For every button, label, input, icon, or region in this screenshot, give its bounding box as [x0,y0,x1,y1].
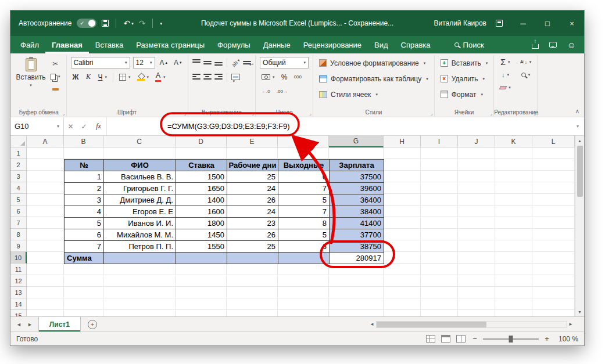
cell-A14[interactable] [27,298,64,310]
autosum-button[interactable]: Σ [498,56,513,68]
cell-E2[interactable]: Рабочие дни [227,160,278,171]
cell-F14[interactable] [278,298,329,310]
search-box[interactable]: Поиск [454,36,484,53]
cell-J1[interactable] [458,147,495,159]
font-color-button[interactable]: А [153,71,167,83]
cell-E6[interactable]: 24 [227,206,278,218]
cell-K1[interactable] [495,147,532,159]
cell-B11[interactable] [64,264,103,275]
cell-H6[interactable] [384,206,421,217]
cell-E5[interactable]: 26 [227,194,278,206]
cell-A11[interactable] [27,264,64,275]
scroll-left-icon[interactable]: ◄ [368,322,376,327]
cell-H11[interactable] [384,264,421,275]
tab-insert[interactable]: Вставка [89,36,130,53]
cell-G7[interactable]: 41400 [330,218,384,229]
cell-L8[interactable] [532,229,575,240]
close-button[interactable]: × [560,10,584,36]
cell-D8[interactable]: 1450 [176,229,227,241]
font-family-select[interactable]: Calibri [71,57,130,69]
cell-L6[interactable] [532,206,575,217]
decrease-decimal-icon[interactable]: .00→ [275,86,289,98]
cell-J3[interactable] [458,171,495,182]
tab-data[interactable]: Данные [257,36,297,53]
row-header-8[interactable]: 8 [10,229,27,240]
cell-F10[interactable] [278,253,330,264]
comma-style-button[interactable]: 000 [292,71,303,83]
conditional-formatting-button[interactable]: Условное форматирование [317,56,430,70]
tab-formulas[interactable]: Формулы [211,36,257,53]
copy-button[interactable] [49,71,62,82]
row-header-3[interactable]: 3 [10,171,27,182]
cell-J2[interactable] [458,159,495,171]
cell-C7[interactable]: Иванов И. И. [104,218,176,229]
cell-B5[interactable]: 3 [65,194,104,206]
cell-J9[interactable] [458,240,495,252]
borders-button[interactable] [117,71,133,83]
cell-I11[interactable] [421,264,458,275]
cell-K2[interactable] [495,159,532,171]
scroll-up-icon[interactable]: ▲ [575,136,584,145]
cell-J14[interactable] [458,298,495,310]
cell-C8[interactable]: Михайлов М. М. [104,229,176,241]
cell-L14[interactable] [532,298,575,310]
cell-B12[interactable] [64,275,103,287]
format-painter-button[interactable] [49,84,62,95]
column-header-J[interactable]: J [458,136,495,147]
sheet-nav-right-icon[interactable]: ► [27,322,33,327]
view-page-layout-icon[interactable] [441,335,450,343]
collapse-ribbon-icon[interactable]: ∧ [575,108,579,114]
cell-A3[interactable] [27,171,64,182]
cell-A8[interactable] [27,229,64,240]
cell-H4[interactable] [384,182,421,194]
cell-F13[interactable] [278,287,329,298]
cell-C2[interactable]: ФИО [104,160,176,171]
cell-G4[interactable]: 39600 [330,183,384,194]
cell-G15[interactable] [329,310,384,316]
cell-J15[interactable] [458,310,495,316]
cell-E3[interactable]: 25 [227,171,278,183]
cell-L7[interactable] [532,217,575,229]
cell-D7[interactable]: 1800 [176,218,227,229]
formula-bar-expand-icon[interactable]: ▾ [571,117,584,135]
cell-E4[interactable]: 24 [227,183,278,194]
row-header-9[interactable]: 9 [10,240,27,252]
cell-L10[interactable] [532,252,575,264]
cell-C1[interactable] [103,147,176,159]
cell-I15[interactable] [421,310,458,316]
cell-I12[interactable] [421,275,458,287]
cell-E13[interactable] [227,287,278,298]
cell-C13[interactable] [103,287,176,298]
cell-H1[interactable] [384,147,421,159]
cell-C14[interactable] [103,298,176,310]
cell-E8[interactable]: 26 [227,229,278,241]
sort-filter-button[interactable]: АЯ↓ [518,56,534,68]
cell-H12[interactable] [384,275,421,287]
cell-K5[interactable] [495,194,532,206]
cell-K11[interactable] [495,264,532,275]
cell-C11[interactable] [103,264,176,275]
cell-K10[interactable] [495,252,532,264]
view-normal-icon[interactable] [426,335,435,343]
cell-D1[interactable] [176,147,227,159]
vertical-scrollbar[interactable]: ▲ ▼ [575,136,584,316]
cell-F11[interactable] [278,264,329,275]
cell-I3[interactable] [421,171,458,182]
cell-J4[interactable] [458,182,495,194]
cell-G6[interactable]: 38400 [330,206,384,218]
cell-D10[interactable] [176,253,227,264]
ribbon-display-options-icon[interactable] [496,20,503,27]
cell-A1[interactable] [27,147,64,159]
cell-B2[interactable]: № [65,160,104,171]
maximize-button[interactable]: □ [535,10,560,36]
cell-H5[interactable] [384,194,421,206]
paste-button[interactable]: Вставить [16,56,46,95]
cell-K12[interactable] [495,275,532,287]
cell-F6[interactable]: 7 [278,206,330,218]
cell-C5[interactable]: Дмитриев Д. Д. [104,194,176,206]
cell-G2[interactable]: Зарплата [330,160,384,171]
find-select-button[interactable] [518,69,534,81]
add-sheet-button[interactable]: + [88,320,97,329]
column-header-E[interactable]: E [227,136,278,147]
cell-G14[interactable] [329,298,384,310]
